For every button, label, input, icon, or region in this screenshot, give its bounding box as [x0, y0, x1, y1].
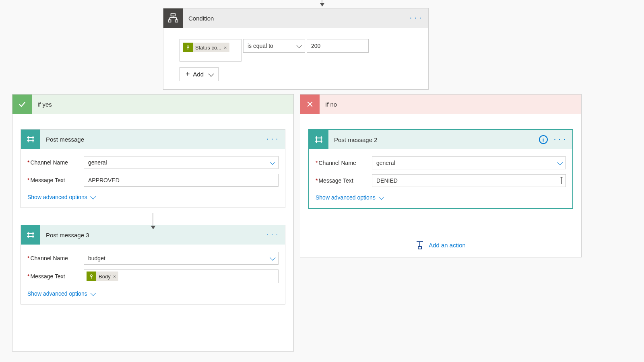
channel-name-value: budget [88, 255, 105, 261]
token-chip-status-code[interactable]: Status co... × [183, 43, 229, 52]
channel-name-label: *Channel Name [316, 160, 372, 166]
condition-value: 200 [311, 43, 320, 49]
token-chip-remove-icon[interactable]: × [224, 45, 227, 51]
chevron-down-icon [208, 71, 214, 76]
condition-body: Status co... × is equal to 200 + Add [163, 28, 428, 89]
message-text-label: *Message Text [27, 273, 84, 280]
chevron-down-icon [90, 194, 96, 200]
if-no-title: If no [325, 101, 337, 108]
http-connector-icon [87, 272, 96, 281]
condition-menu-button[interactable]: · · · [410, 15, 422, 21]
svg-point-17 [91, 275, 93, 277]
post-message-3-card: Post message 3 · · · *Channel Name budge… [21, 225, 285, 304]
slack-icon [309, 130, 328, 149]
operator-value: is equal to [248, 43, 273, 49]
condition-add-button[interactable]: + Add [180, 67, 219, 81]
post-message-2-card: Post message 2 i · · · *Channel Name gen… [308, 129, 573, 209]
show-advanced-options-link[interactable]: Show advanced options [316, 194, 383, 201]
message-text-input[interactable]: Body × [84, 269, 279, 283]
token-chip-label: Status co... [195, 45, 221, 51]
channel-name-select[interactable]: budget [84, 252, 279, 265]
if-yes-header: If yes [12, 95, 293, 114]
plus-icon: + [186, 70, 190, 78]
text-cursor-icon [561, 177, 561, 184]
channel-name-select[interactable]: general [84, 156, 279, 169]
svg-rect-0 [171, 14, 175, 16]
token-chip-label: Body [99, 274, 111, 280]
close-icon [300, 95, 320, 114]
add-an-action-button[interactable]: Add an action [300, 241, 581, 249]
info-icon[interactable]: i [539, 135, 548, 144]
post-message-menu[interactable]: · · · [267, 136, 279, 142]
channel-name-select[interactable]: general [372, 156, 566, 169]
slack-icon [21, 130, 40, 149]
condition-operator-select[interactable]: is equal to [243, 39, 305, 53]
message-text-input[interactable]: APPROVED [84, 174, 279, 187]
post-message-header[interactable]: Post message · · · [21, 130, 285, 149]
condition-left-operand[interactable]: Status co... × [180, 39, 242, 62]
post-message-card: Post message · · · *Channel Name general… [21, 129, 285, 208]
add-action-label: Add an action [429, 242, 466, 249]
condition-value-input[interactable]: 200 [307, 39, 369, 53]
message-text-value: DENIED [376, 177, 398, 184]
show-advanced-options-link[interactable]: Show advanced options [27, 290, 95, 297]
message-text-label: *Message Text [27, 177, 84, 183]
if-yes-title: If yes [37, 101, 52, 108]
channel-name-label: *Channel Name [27, 255, 84, 261]
svg-rect-5 [168, 20, 171, 22]
flow-arrow [153, 213, 153, 229]
if-yes-branch: If yes Post message · · · *Channel Name … [12, 94, 294, 352]
channel-name-value: general [376, 160, 395, 166]
post-message-2-title: Post message 2 [334, 136, 378, 143]
add-label: Add [193, 71, 204, 78]
post-message-2-header[interactable]: Post message 2 i · · · [309, 130, 572, 149]
http-connector-icon [183, 43, 193, 52]
chevron-down-icon [297, 43, 301, 49]
message-text-label: *Message Text [316, 177, 372, 184]
post-message-title: Post message [46, 136, 84, 143]
post-message-2-menu[interactable]: · · · [554, 136, 566, 143]
if-no-branch: If no Post message 2 i · · · *Channel Na… [300, 94, 582, 257]
slack-icon [21, 225, 40, 245]
token-chip-body[interactable]: Body × [87, 272, 118, 281]
message-text-input[interactable]: DENIED [372, 174, 566, 187]
condition-title: Condition [188, 15, 214, 22]
chevron-down-icon [270, 159, 275, 165]
show-advanced-options-link[interactable]: Show advanced options [27, 194, 95, 200]
chevron-down-icon [378, 194, 384, 200]
chevron-down-icon [270, 255, 275, 261]
token-chip-remove-icon[interactable]: × [113, 274, 116, 280]
chevron-down-icon [90, 290, 96, 296]
svg-rect-6 [175, 20, 178, 22]
chevron-down-icon [557, 160, 563, 165]
channel-name-value: general [88, 159, 107, 166]
condition-icon [163, 8, 183, 28]
condition-card: Condition · · · Status co... × is equal … [163, 8, 429, 90]
message-text-value: APPROVED [88, 177, 120, 183]
if-no-header: If no [300, 95, 581, 114]
channel-name-label: *Channel Name [27, 159, 84, 166]
condition-header[interactable]: Condition · · · [163, 8, 428, 28]
post-message-3-menu[interactable]: · · · [267, 232, 279, 238]
flow-arrow-into-condition [322, 0, 322, 6]
checkmark-icon [12, 95, 32, 114]
svg-point-7 [187, 46, 189, 48]
post-message-3-title: Post message 3 [46, 232, 89, 239]
add-action-icon [416, 241, 424, 249]
